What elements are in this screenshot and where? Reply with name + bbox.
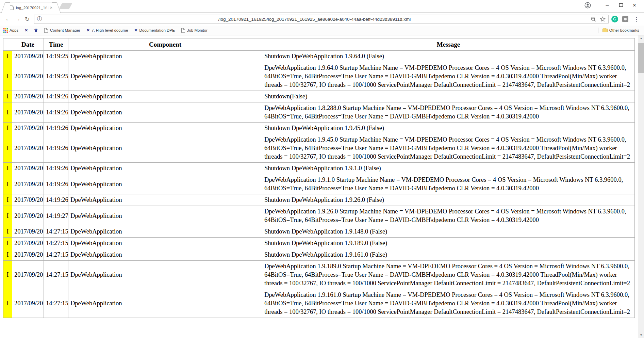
bookmarks-separator <box>598 28 598 33</box>
bookmark-item[interactable]: ✕7. High level docume <box>86 28 128 33</box>
forward-button[interactable]: → <box>13 14 22 24</box>
marker-cell: I <box>3 206 12 226</box>
marker-cell: I <box>3 174 12 194</box>
message-cell: Shutdown DpeWebApplication 1.9.189.0 (Fa… <box>262 238 635 249</box>
component-cell: DpeWebApplication <box>68 261 262 289</box>
maximize-button[interactable] <box>614 0 628 10</box>
marker-cell: I <box>3 91 12 102</box>
zoom-icon[interactable] <box>591 16 596 22</box>
date-cell: 2017/09/20 <box>12 134 44 163</box>
minimize-icon: – <box>606 4 609 6</box>
message-cell: DpeWebApplication 1.9.189.0 Startup Mach… <box>262 261 635 289</box>
message-cell: Shutdown DpeWebApplication 1.9.148.0 (Fa… <box>262 226 635 238</box>
log-row: I2017/09/2014:19:26DpeWebApplicationShut… <box>3 194 635 206</box>
time-column-header: Time <box>44 38 68 51</box>
component-cell: DpeWebApplication <box>68 238 262 249</box>
apps-shortcut[interactable]: Apps <box>3 28 18 33</box>
time-cell: 14:19:26 <box>44 194 68 206</box>
time-cell: 14:19:26 <box>44 123 68 134</box>
address-bar[interactable]: ⓘ /log_20170921_161925/log_20170921_1619… <box>34 15 609 24</box>
bookmark-item[interactable]: ✕ <box>24 28 28 33</box>
bookmark-item[interactable]: Content Manager <box>44 28 80 33</box>
reload-button[interactable]: ↻ <box>22 14 32 24</box>
marker-cell: I <box>3 123 12 134</box>
component-cell: DpeWebApplication <box>68 102 262 123</box>
date-cell: 2017/09/20 <box>12 226 44 238</box>
minimize-button[interactable]: – <box>600 0 614 10</box>
time-cell: 14:19:25 <box>44 51 68 62</box>
message-cell: DpeWebApplication 1.9.26.0 Startup Machi… <box>262 206 635 226</box>
browser-toolbar: ← → ↻ ⓘ /log_20170921_161925/log_2017092… <box>0 13 644 26</box>
page-content: Date Time Component Message I2017/09/201… <box>0 35 644 338</box>
log-row: I2017/09/2014:19:26DpeWebApplicationDpeW… <box>3 174 635 194</box>
vertical-scrollbar[interactable]: ▲ ▼ <box>638 35 644 338</box>
scrollbar-thumb[interactable] <box>638 43 644 73</box>
marker-cell: I <box>3 134 12 163</box>
log-row: I2017/09/2014:19:26DpeWebApplicationDpeW… <box>3 134 635 163</box>
tab-close-icon[interactable]: ✕ <box>49 6 54 10</box>
date-cell: 2017/09/20 <box>12 62 44 91</box>
other-bookmarks-label: Other bookmarks <box>609 28 639 32</box>
tab-strip: log_20170921_161925_a ✕ – ✕ <box>0 0 644 13</box>
document-icon <box>181 28 185 33</box>
component-cell: DpeWebApplication <box>68 206 262 226</box>
profile-icon[interactable] <box>581 0 594 10</box>
component-cell: DpeWebApplication <box>68 174 262 194</box>
bookmark-item[interactable]: ♛ <box>34 28 38 33</box>
log-row: I2017/09/2014:19:27DpeWebApplicationDpeW… <box>3 206 635 226</box>
message-column-header: Message <box>262 38 635 51</box>
component-cell: DpeWebApplication <box>68 249 262 261</box>
message-cell: Shutdown DpeWebApplication 1.9.45.0 (Fal… <box>262 123 635 134</box>
time-cell: 14:19:26 <box>44 174 68 194</box>
grammarly-extension-icon[interactable]: G <box>611 16 618 22</box>
time-cell: 14:27:15 <box>44 238 68 249</box>
time-cell: 14:19:26 <box>44 102 68 123</box>
folder-icon <box>602 29 608 32</box>
marker-cell: I <box>3 261 12 289</box>
scroll-up-icon[interactable]: ▲ <box>638 35 644 41</box>
date-cell: 2017/09/20 <box>12 102 44 123</box>
component-cell: DpeWebApplication <box>68 134 262 163</box>
date-cell: 2017/09/20 <box>12 289 44 318</box>
x-favicon-icon: ✕ <box>86 28 90 33</box>
back-button[interactable]: ← <box>3 14 13 24</box>
marker-cell: I <box>3 289 12 318</box>
bookmark-star-icon[interactable] <box>600 16 606 22</box>
close-button[interactable]: ✕ <box>628 0 641 10</box>
time-cell: 14:27:15 <box>44 261 68 289</box>
bookmarks-bar: Apps ✕♛Content Manager✕7. High level doc… <box>0 26 644 35</box>
browser-menu-icon[interactable]: ⋮ <box>632 16 641 22</box>
date-cell: 2017/09/20 <box>12 261 44 289</box>
bookmark-items: ✕♛Content Manager✕7. High level docume✕D… <box>24 28 214 33</box>
extensions-area: G ⋮ <box>611 16 641 22</box>
tab-title: log_20170921_161925_a <box>16 6 49 10</box>
other-bookmarks-button[interactable]: Other bookmarks <box>602 28 639 32</box>
message-cell: Shutdown(False) <box>262 91 635 102</box>
browser-tab[interactable]: log_20170921_161925_a ✕ <box>6 2 56 13</box>
time-cell: 14:19:26 <box>44 163 68 174</box>
scroll-down-icon[interactable]: ▼ <box>638 332 644 338</box>
marker-cell: I <box>3 51 12 62</box>
message-cell: Shutdown DpeWebApplication 1.9.26.0 (Fal… <box>262 194 635 206</box>
log-row: I2017/09/2014:19:26DpeWebApplicationShut… <box>3 91 635 102</box>
bookmark-item[interactable]: ✕Documentation DPE <box>134 28 175 33</box>
date-cell: 2017/09/20 <box>12 174 44 194</box>
component-cell: DpeWebApplication <box>68 91 262 102</box>
x-favicon-icon: ✕ <box>134 28 137 33</box>
log-row: I2017/09/2014:27:15DpeWebApplicationShut… <box>3 238 635 249</box>
new-tab-button[interactable] <box>59 3 72 9</box>
log-row: I2017/09/2014:27:15DpeWebApplicationDpeW… <box>3 261 635 289</box>
log-row: I2017/09/2014:19:26DpeWebApplicationShut… <box>3 123 635 134</box>
log-table: Date Time Component Message I2017/09/201… <box>3 38 635 318</box>
log-row: I2017/09/2014:19:25DpeWebApplicationDpeW… <box>3 62 635 91</box>
component-cell: DpeWebApplication <box>68 163 262 174</box>
bookmark-item[interactable]: Job Monitor <box>181 28 208 33</box>
component-cell: DpeWebApplication <box>68 51 262 62</box>
page-info-icon[interactable]: ⓘ <box>37 16 42 22</box>
message-cell: Shutdown DpeWebApplication 1.9.1.0 (Fals… <box>262 163 635 174</box>
extension-icon[interactable] <box>622 16 628 22</box>
marker-column-header <box>3 38 12 51</box>
window-controls: – ✕ <box>581 0 641 10</box>
date-cell: 2017/09/20 <box>12 206 44 226</box>
message-cell: DpeWebApplication 1.9.1.0 Startup Machin… <box>262 174 635 194</box>
